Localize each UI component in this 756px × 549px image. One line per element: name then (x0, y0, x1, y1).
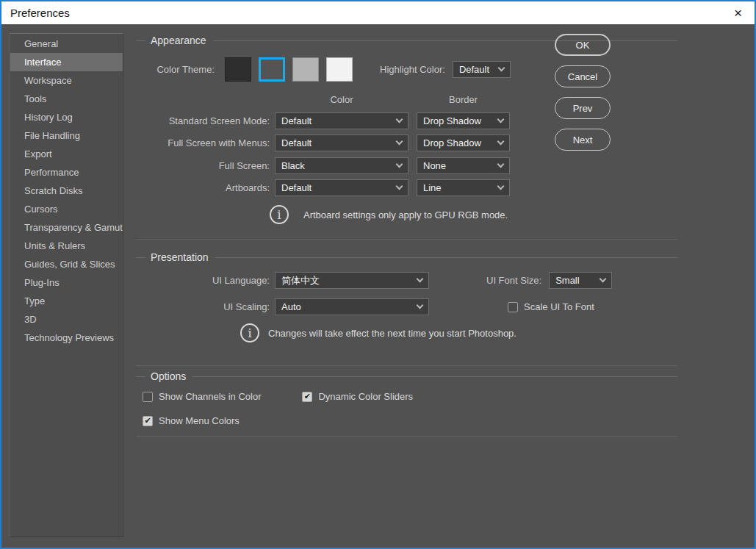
dynamic-color-sliders-checkbox[interactable]: ✔ Dynamic Color Sliders (302, 391, 413, 402)
sidebar-item-technology-previews[interactable]: Technology Previews (10, 329, 123, 347)
show-channels-in-color-label: Show Channels in Color (159, 391, 261, 402)
color-theme-swatch-light[interactable] (292, 57, 319, 82)
full-screen-border-dropdown[interactable]: None (417, 157, 510, 174)
dialog-title: Preferences (1, 7, 70, 19)
ui-scaling-dropdown[interactable]: Auto (275, 298, 429, 315)
category-list: General Interface Workspace Tools Histor… (10, 33, 123, 537)
info-icon: i (240, 323, 259, 342)
artboards-border-dropdown[interactable]: Line (417, 179, 510, 196)
scale-ui-to-font-label: Scale UI To Font (524, 301, 594, 312)
options-section-divider (136, 436, 677, 437)
restart-info-text: Changes will take effect the next time y… (268, 328, 516, 339)
close-icon[interactable]: × (721, 1, 755, 24)
artboards-label: Artboards: (136, 182, 270, 193)
standard-screen-mode-border-dropdown[interactable]: Drop Shadow (417, 112, 510, 129)
ui-scaling-label: UI Scaling: (136, 301, 270, 312)
ui-language-row: UI Language: 简体中文 UI Font Size: Small (136, 272, 612, 289)
ui-scaling-row: UI Scaling: Auto ✔ Scale UI To Font (136, 298, 594, 315)
show-menu-colors-label: Show Menu Colors (159, 415, 240, 426)
chevron-down-icon (396, 161, 403, 168)
show-channels-in-color-checkbox[interactable]: ✔ Show Channels in Color (143, 391, 261, 402)
artboard-info-row: i Artboard settings only apply to GPU RG… (270, 205, 508, 224)
artboards-row: Artboards: Default Line (136, 179, 510, 196)
sidebar-item-general[interactable]: General (10, 35, 123, 53)
chevron-down-icon (497, 138, 505, 146)
artboards-color-dropdown[interactable]: Default (275, 179, 408, 196)
checkbox-box: ✔ (302, 392, 312, 402)
ui-language-label: UI Language: (136, 275, 270, 286)
chevron-down-icon (396, 183, 403, 190)
sidebar-item-3d[interactable]: 3D (10, 310, 123, 329)
info-icon: i (270, 205, 289, 224)
options-section-title: Options (136, 370, 677, 382)
dialog-body: General Interface Workspace Tools Histor… (1, 24, 755, 548)
ui-font-size-dropdown[interactable]: Small (549, 272, 612, 289)
sidebar-item-type[interactable]: Type (10, 292, 123, 310)
highlight-color-dropdown[interactable]: Default (453, 61, 511, 78)
options-row-1: ✔ Show Channels in Color ✔ Dynamic Color… (143, 391, 413, 402)
ok-button[interactable]: OK (555, 34, 611, 56)
prev-button[interactable]: Prev (555, 97, 611, 119)
color-theme-label: Color Theme: (136, 64, 215, 75)
full-screen-color-dropdown[interactable]: Black (275, 157, 408, 174)
preferences-dialog: Preferences × General Interface Workspac… (0, 0, 756, 549)
full-screen-with-menus-color-dropdown[interactable]: Default (275, 134, 408, 151)
color-theme-swatch-lightest[interactable] (326, 57, 353, 82)
sidebar-item-interface[interactable]: Interface (10, 53, 123, 71)
full-screen-label: Full Screen: (136, 160, 270, 171)
cancel-button[interactable]: Cancel (555, 65, 611, 87)
scale-ui-to-font-checkbox[interactable]: ✔ Scale UI To Font (508, 301, 594, 312)
standard-screen-mode-label: Standard Screen Mode: (136, 115, 270, 126)
checkbox-box: ✔ (143, 392, 153, 402)
chevron-down-icon (497, 183, 505, 190)
sidebar-item-transparency-gamut[interactable]: Transparency & Gamut (10, 218, 123, 237)
sidebar-item-file-handling[interactable]: File Handling (10, 126, 123, 145)
checkbox-box: ✔ (143, 416, 153, 426)
chevron-down-icon (497, 161, 505, 168)
sidebar-item-workspace[interactable]: Workspace (10, 71, 123, 90)
standard-screen-mode-row: Standard Screen Mode: Default Drop Shado… (136, 112, 510, 129)
chevron-down-icon (396, 138, 403, 146)
chevron-down-icon (600, 276, 607, 283)
color-theme-swatch-dark[interactable] (259, 57, 285, 82)
chevron-down-icon (497, 65, 505, 72)
options-row-2: ✔ Show Menu Colors (143, 415, 240, 426)
sidebar-item-cursors[interactable]: Cursors (10, 200, 123, 218)
show-menu-colors-checkbox[interactable]: ✔ Show Menu Colors (143, 415, 240, 426)
standard-screen-mode-color-dropdown[interactable]: Default (275, 112, 408, 129)
artboard-info-text: Artboard settings only apply to GPU RGB … (303, 209, 508, 220)
sidebar-item-scratch-disks[interactable]: Scratch Disks (10, 182, 123, 200)
sidebar-item-plug-ins[interactable]: Plug-Ins (10, 273, 123, 292)
appearance-section-divider (136, 239, 677, 240)
next-button[interactable]: Next (555, 129, 611, 151)
dynamic-color-sliders-label: Dynamic Color Sliders (318, 391, 413, 402)
sidebar-item-history-log[interactable]: History Log (10, 108, 123, 126)
presentation-section-divider (136, 365, 677, 366)
checkbox-box: ✔ (508, 302, 518, 312)
sidebar-item-guides-grid-slices[interactable]: Guides, Grid & Slices (10, 255, 123, 273)
sidebar-item-tools[interactable]: Tools (10, 90, 123, 108)
full-screen-with-menus-border-dropdown[interactable]: Drop Shadow (417, 134, 510, 151)
full-screen-with-menus-row: Full Screen with Menus: Default Drop Sha… (136, 134, 510, 151)
color-theme-swatch-darkest[interactable] (225, 57, 251, 82)
highlight-color-label: Highlight Color: (380, 64, 445, 75)
title-bar: Preferences × (1, 1, 755, 24)
border-column-header: Border (417, 94, 510, 105)
chevron-down-icon (417, 302, 424, 309)
ui-font-size-label: UI Font Size: (486, 275, 541, 286)
full-screen-with-menus-label: Full Screen with Menus: (136, 137, 270, 148)
chevron-down-icon (396, 116, 403, 123)
sidebar-item-performance[interactable]: Performance (10, 163, 123, 182)
color-theme-row: Color Theme: Highlight Color: Default (136, 57, 511, 82)
ui-language-dropdown[interactable]: 简体中文 (275, 272, 429, 289)
chevron-down-icon (497, 116, 505, 123)
presentation-section-title: Presentation (136, 251, 677, 263)
chevron-down-icon (417, 276, 424, 283)
full-screen-row: Full Screen: Black None (136, 157, 510, 174)
color-column-header: Color (275, 94, 408, 105)
sidebar-item-export[interactable]: Export (10, 145, 123, 163)
restart-info-row: i Changes will take effect the next time… (240, 323, 516, 342)
sidebar-item-units-rulers[interactable]: Units & Rulers (10, 237, 123, 255)
